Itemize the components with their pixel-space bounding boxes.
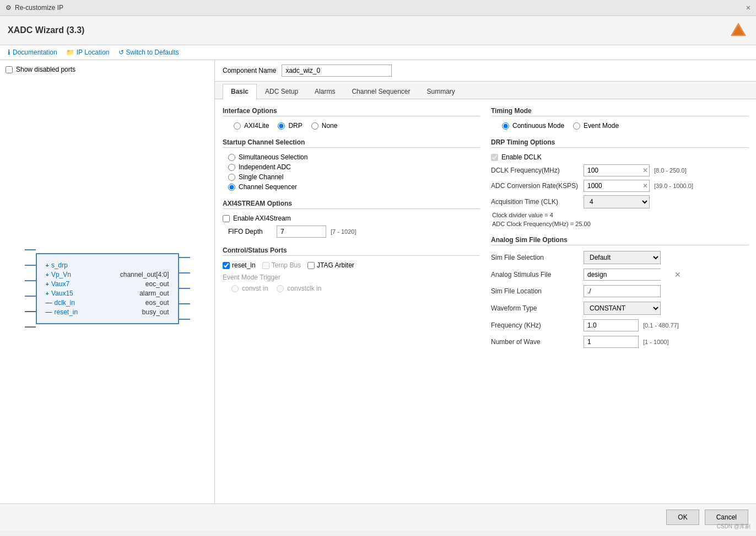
number-of-wave-input[interactable] (584, 336, 639, 348)
dclk-frequency-input[interactable] (584, 165, 641, 176)
radio-convst-in[interactable] (231, 285, 239, 292)
analog-sim-section: Analog Sim File Options Sim File Selecti… (491, 236, 748, 348)
adc-conversion-label: ADC Conversion Rate(KSPS) (491, 182, 579, 190)
radio-convstclk-in[interactable] (277, 285, 284, 292)
interface-none[interactable]: None (311, 122, 338, 130)
tab-adc-setup[interactable]: ADC Setup (257, 84, 306, 99)
sim-file-selection-label: Sim File Selection (491, 254, 579, 261)
adc-clock-info: ADC Clock Frequency(MHz) = 25.00 (492, 221, 748, 227)
timing-event[interactable]: Event Mode (573, 122, 619, 130)
expand-icon-vaux7[interactable]: + (46, 281, 49, 287)
port-s-drp[interactable]: s_drp (51, 261, 68, 269)
timing-mode-section: Timing Mode Continuous Mode Event Mode (491, 107, 748, 130)
fifo-depth-hint: [7 - 1020] (331, 228, 356, 235)
radio-event-mode[interactable] (573, 122, 580, 130)
startup-sequencer[interactable]: Channel Sequencer (228, 183, 480, 191)
port-row-dclk-in: — dclk_in eos_out (46, 299, 169, 307)
expand-icon-vaux15[interactable]: + (46, 290, 49, 297)
sim-file-selection-row: Sim File Selection Default Custom (491, 251, 748, 264)
tabs-bar: Basic ADC Setup Alarms Channel Sequencer… (215, 82, 756, 99)
refresh-icon: ↺ (118, 49, 124, 56)
enable-axi4stream-label: Enable AXI4Stream (233, 215, 291, 222)
port-reset-in[interactable]: reset_in (55, 308, 78, 316)
waveform-type-select[interactable]: CONSTANT SINE SQUARE TRIANGLE (584, 302, 661, 315)
convst-in-label: convst in (231, 285, 268, 292)
frequency-input[interactable] (584, 319, 639, 331)
startup-single[interactable]: Single Channel (228, 173, 480, 181)
content-area: Show disabled ports (0, 60, 756, 503)
radio-continuous[interactable] (502, 122, 509, 130)
sim-file-location-input[interactable] (584, 285, 661, 297)
radio-independent[interactable] (228, 164, 235, 171)
sim-file-location-row: Sim File Location (491, 285, 748, 297)
enable-axi4stream-checkbox[interactable] (223, 215, 230, 222)
expand-icon-vp-vn[interactable]: + (46, 271, 49, 278)
reset-in-label: reset_in (223, 261, 256, 269)
dclk-frequency-label: DCLK Frequency(MHz) (491, 167, 579, 174)
title-bar: ⚙ Re-customize IP × (0, 0, 756, 16)
component-name-input[interactable] (282, 65, 392, 77)
close-button[interactable]: × (746, 3, 750, 12)
fifo-depth-input[interactable] (277, 226, 326, 238)
dclk-clear-btn[interactable]: ✕ (641, 165, 649, 175)
acquisition-time-row: Acquisition Time (CLK) 4 8 16 (491, 195, 748, 208)
title-bar-title: Re-customize IP (15, 4, 63, 12)
analog-stimulus-input[interactable] (584, 269, 673, 280)
startup-independent[interactable]: Independent ADC (228, 163, 480, 171)
reset-in-checkbox[interactable] (223, 262, 230, 269)
ip-location-link[interactable]: 📁 IP Location (66, 49, 110, 56)
documentation-link[interactable]: ℹ Documentation (8, 49, 57, 56)
waveform-type-label: Waveform Type (491, 304, 579, 312)
acquisition-time-label: Acquisition Time (CLK) (491, 198, 579, 206)
startup-simultaneous[interactable]: Simultaneous Selection (228, 153, 480, 161)
tab-alarms[interactable]: Alarms (306, 84, 343, 99)
radio-axi4lite[interactable] (234, 122, 241, 130)
timing-continuous[interactable]: Continuous Mode (502, 122, 564, 130)
dclk-frequency-input-wrap: ✕ (584, 164, 650, 176)
adc-conversion-input[interactable] (584, 180, 641, 191)
radio-sequencer[interactable] (228, 184, 235, 191)
watermark: CSDN @库刷 (717, 523, 750, 530)
tab-summary[interactable]: Summary (418, 84, 463, 99)
analog-stimulus-clear-btn[interactable]: ✕ (673, 269, 682, 280)
tab-channel-sequencer[interactable]: Channel Sequencer (343, 84, 418, 99)
enable-dclk-checkbox[interactable] (491, 154, 498, 161)
jtag-arbiter-label: JTAG Arbiter (307, 261, 354, 269)
tab-basic[interactable]: Basic (223, 84, 257, 99)
radio-single[interactable] (228, 174, 235, 181)
temp-bus-checkbox[interactable] (262, 262, 269, 269)
port-vaux7[interactable]: Vaux7 (51, 280, 69, 288)
show-disabled-ports-label: Show disabled ports (16, 66, 75, 73)
frequency-hint: [0.1 - 480.77] (643, 322, 679, 329)
interface-axi4lite[interactable]: AXI4Lite (234, 122, 269, 130)
ok-button[interactable]: OK (666, 510, 699, 525)
acquisition-time-select[interactable]: 4 8 16 (584, 195, 650, 208)
port-vp-vn[interactable]: Vp_Vn (51, 271, 71, 278)
footer-bar: OK Cancel (0, 503, 756, 530)
component-name-bar: Component Name (215, 60, 756, 82)
radio-drp[interactable] (278, 122, 285, 130)
right-panel: Component Name Basic ADC Setup Alarms Ch… (215, 60, 756, 503)
port-row-reset-in: — reset_in busy_out (46, 308, 169, 316)
radio-none[interactable] (311, 122, 318, 130)
fifo-depth-row: FIFO Depth [7 - 1020] (228, 226, 480, 238)
folder-icon: 📁 (66, 49, 74, 56)
control-status-section: Control/Status Ports reset_in Temp Bus (223, 246, 480, 292)
port-vaux15[interactable]: Vaux15 (51, 290, 73, 297)
ip-block: + s_drp + Vp_Vn channel_out[4:0] (36, 253, 179, 324)
sim-file-selection-select[interactable]: Default Custom (584, 251, 661, 264)
show-disabled-ports-checkbox[interactable] (6, 66, 13, 73)
startup-channel-group: Simultaneous Selection Independent ADC S… (228, 153, 480, 191)
output-channel-out: channel_out[4:0] (120, 271, 169, 278)
expand-icon-s-drp[interactable]: + (46, 262, 49, 269)
dash-dclk-in: — (46, 299, 52, 307)
radio-simultaneous[interactable] (228, 154, 235, 161)
interface-drp[interactable]: DRP (278, 122, 302, 130)
jtag-arbiter-checkbox[interactable] (307, 262, 315, 269)
control-ports-row: reset_in Temp Bus JTAG Arbiter (223, 261, 480, 269)
component-name-label: Component Name (223, 67, 276, 74)
port-dclk-in[interactable]: dclk_in (55, 299, 75, 307)
adc-conversion-clear-btn[interactable]: ✕ (641, 181, 649, 191)
temp-bus-label: Temp Bus (262, 261, 301, 269)
switch-to-defaults-link[interactable]: ↺ Switch to Defaults (118, 49, 179, 56)
